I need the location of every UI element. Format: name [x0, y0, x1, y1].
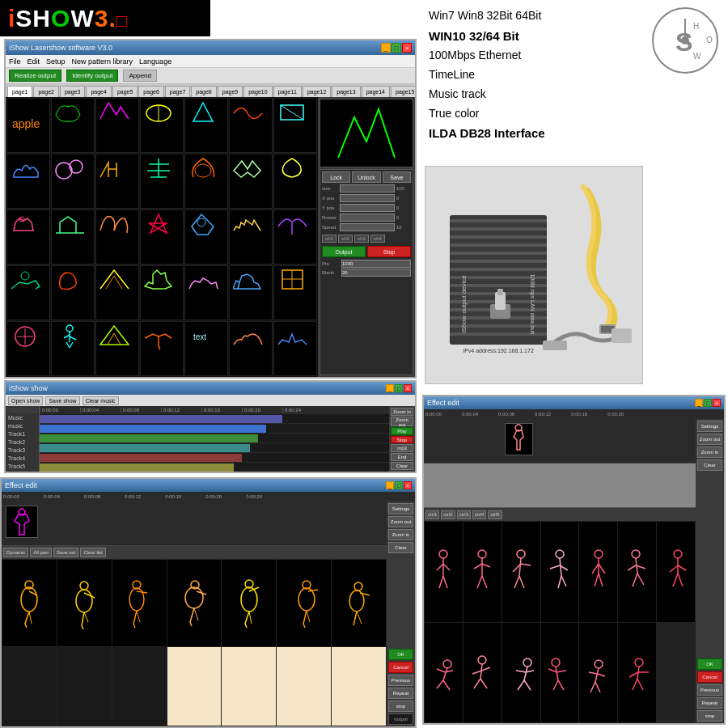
prev-eff1-btn[interactable]: Previous	[388, 675, 413, 686]
menu-library[interactable]: New pattern library	[72, 57, 133, 66]
ch2-select[interactable]: ch2	[338, 235, 353, 243]
tl-min-btn[interactable]: _	[386, 384, 394, 392]
laser-cell-3-3[interactable]	[95, 210, 139, 265]
tab-page3[interactable]: page3	[60, 86, 85, 97]
laser-cell-3-7[interactable]	[273, 210, 317, 265]
woman-cell-4[interactable]	[541, 522, 579, 622]
laser-cell-1-5[interactable]	[184, 98, 228, 153]
tab-page15[interactable]: page15	[391, 86, 415, 97]
flamingo-cell-14[interactable]	[332, 647, 386, 726]
ok-eff2-btn[interactable]: OK	[697, 658, 722, 670]
clear-list-btn[interactable]: Clear list	[80, 548, 105, 557]
menu-setup[interactable]: Setup	[46, 57, 66, 66]
menu-file[interactable]: File	[9, 57, 21, 66]
append-btn[interactable]: Append	[123, 70, 157, 82]
laser-cell-5-3[interactable]	[95, 321, 139, 376]
laser-cell-2-6[interactable]	[229, 154, 273, 209]
laser-cell-4-2[interactable]	[51, 265, 95, 320]
tab-page2[interactable]: page2	[33, 86, 58, 97]
woman-cell-7[interactable]	[657, 522, 695, 622]
repeat-eff2-btn[interactable]: Repeat	[697, 697, 722, 709]
flamingo-cell-1[interactable]	[2, 560, 57, 646]
laser-cell-5-7[interactable]	[273, 321, 317, 376]
tab-page4[interactable]: page4	[86, 86, 111, 97]
tab-page5[interactable]: page5	[112, 86, 138, 97]
ctrl-btn-1[interactable]: ctrl1	[425, 510, 439, 519]
laser-cell-3-2[interactable]	[51, 210, 95, 265]
all-part-btn[interactable]: All part	[30, 548, 52, 557]
laser-cell-5-1[interactable]	[6, 321, 50, 376]
lock-btn[interactable]: Lock	[322, 171, 350, 183]
settings-eff1-btn[interactable]: Settings	[388, 503, 413, 514]
max-btn[interactable]: □	[392, 43, 401, 53]
blank-input[interactable]	[341, 269, 411, 277]
zoom-out-eff1-btn[interactable]: Zoom out	[388, 516, 413, 527]
eff1-min-btn[interactable]: _	[386, 481, 394, 489]
laser-cell-1-4[interactable]	[140, 98, 184, 153]
tab-page6[interactable]: page6	[138, 86, 163, 97]
zoom-out-tl-btn[interactable]: Zoom out	[391, 417, 413, 426]
ctrl-btn-5[interactable]: ctrl5	[488, 510, 502, 519]
eff1-max-btn[interactable]: □	[395, 481, 403, 489]
laser-cell-5-2[interactable]	[51, 321, 95, 376]
woman-cell-9[interactable]	[463, 623, 502, 723]
flamingo-cell-7[interactable]	[332, 560, 386, 646]
woman-cell-1[interactable]	[425, 522, 463, 622]
woman-cell-5[interactable]	[579, 522, 617, 622]
laser-cell-3-1[interactable]	[6, 210, 50, 265]
ch3-select[interactable]: ch3	[354, 235, 369, 243]
eff2-min-btn[interactable]: _	[695, 399, 703, 407]
flamingo-cell-8[interactable]	[2, 647, 57, 726]
woman-cell-11[interactable]	[541, 623, 579, 723]
flamingo-cell-12[interactable]	[222, 647, 276, 726]
laser-cell-4-1[interactable]	[6, 265, 50, 320]
settings-eff2-btn[interactable]: Settings	[697, 421, 722, 432]
laser-cell-1-1[interactable]: apple	[6, 98, 50, 153]
unlock-btn[interactable]: Unlock	[352, 171, 380, 183]
woman-cell-3[interactable]	[502, 522, 540, 622]
laser-cell-3-4[interactable]	[140, 210, 184, 265]
realize-output-btn[interactable]: Realize output	[9, 70, 61, 82]
flamingo-cell-4[interactable]	[167, 560, 222, 646]
save-show-btn[interactable]: Save show	[45, 396, 79, 405]
woman-cell-12[interactable]	[579, 623, 617, 723]
cancel-eff1-btn[interactable]: Cancel	[388, 662, 413, 673]
clear-eff1-btn[interactable]: Clear	[388, 542, 413, 553]
ch4-select[interactable]: ch4	[370, 235, 385, 243]
ok-eff1-btn[interactable]: OK	[388, 649, 413, 660]
save-preset-btn[interactable]: Save	[383, 171, 411, 183]
laser-cell-4-5[interactable]	[184, 265, 228, 320]
laser-cell-4-3[interactable]	[95, 265, 139, 320]
laser-cell-1-3[interactable]	[95, 98, 139, 153]
laser-cell-3-6[interactable]	[229, 210, 273, 265]
laser-cell-1-7[interactable]	[273, 98, 317, 153]
flamingo-cell-9[interactable]	[57, 647, 112, 726]
pts-input[interactable]	[341, 260, 411, 268]
zoom-in-eff2-btn[interactable]: Zoom in	[697, 447, 722, 458]
laser-cell-5-5[interactable]: text	[184, 321, 228, 376]
tab-page1[interactable]: page1	[7, 86, 32, 97]
laser-cell-5-4[interactable]	[140, 321, 184, 376]
zoom-in-tl-btn[interactable]: Zoom in	[391, 408, 413, 416]
laser-cell-3-5[interactable]	[184, 210, 228, 265]
ctrl-btn-4[interactable]: ctrl4	[472, 510, 486, 519]
stop-tl-btn[interactable]: Stop	[391, 436, 413, 444]
laser-cell-4-4[interactable]	[140, 265, 184, 320]
tl-close-btn[interactable]: ×	[404, 384, 412, 392]
flamingo-cell-10[interactable]	[112, 647, 167, 726]
spd-input[interactable]	[340, 223, 395, 231]
woman-cell-10[interactable]	[502, 623, 540, 723]
laser-cell-2-2[interactable]	[51, 154, 95, 209]
identify-output-btn[interactable]: Identify output	[66, 70, 118, 82]
laser-cell-1-6[interactable]	[229, 98, 273, 153]
tab-page12[interactable]: page12	[303, 86, 331, 97]
output-stop-btn[interactable]: Stop	[367, 246, 411, 257]
min-btn[interactable]: _	[381, 43, 391, 53]
woman-cell-13[interactable]	[618, 623, 656, 723]
stop-eff1-btn[interactable]: stop	[388, 700, 413, 712]
flamingo-cell-13[interactable]	[277, 647, 331, 726]
play-tl-btn[interactable]: Play	[391, 427, 413, 435]
laser-cell-2-5[interactable]	[184, 154, 228, 209]
laser-cell-2-7[interactable]	[273, 154, 317, 209]
clear-music-btn[interactable]: Clear music	[83, 396, 119, 405]
